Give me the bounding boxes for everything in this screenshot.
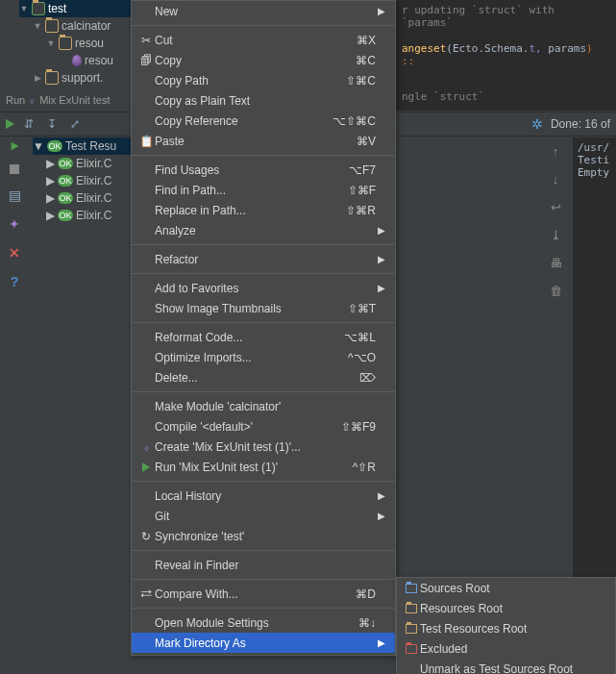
folder-icon	[32, 2, 45, 15]
filter-icon[interactable]: ⇵	[24, 117, 37, 131]
mix-icon: ⬨	[137, 440, 155, 454]
chevron-right-icon: ▶	[376, 637, 385, 648]
test-result-item[interactable]: ▶ OK Elixir.C	[33, 172, 134, 189]
menu-optimize[interactable]: Optimize Imports...^⌥O	[132, 347, 395, 367]
run-icon[interactable]	[6, 119, 14, 129]
menu-cut[interactable]: Cut⌘X	[132, 30, 395, 50]
tree-item-resou1[interactable]: ▼ resou	[19, 35, 135, 52]
menu-find-in-path[interactable]: Find in Path...⇧⌘F	[132, 180, 395, 200]
ok-badge-icon: OK	[58, 158, 73, 169]
chevron-right-icon: ▶	[46, 157, 55, 170]
submenu-unmark[interactable]: Unmark as Test Sources Root	[397, 659, 615, 674]
wand-icon[interactable]: ✦	[9, 216, 20, 232]
menu-paste[interactable]: Paste⌘V	[132, 131, 395, 151]
expand-icon[interactable]: ⤢	[70, 117, 84, 131]
arrow-down-icon[interactable]: ↓	[553, 172, 559, 187]
chevron-down-icon: ▼	[46, 38, 56, 48]
menu-git[interactable]: Git▶	[132, 506, 395, 526]
chevron-right-icon: ▶	[376, 6, 385, 16]
chevron-right-icon: ▶	[46, 209, 55, 222]
context-menu: New▶ Cut⌘X Copy⌘C Copy Path⇧⌘C Copy as P…	[131, 0, 396, 656]
tree-item-calcinator[interactable]: ▼ calcinator	[19, 17, 135, 35]
compare-icon	[137, 587, 155, 601]
stop-icon[interactable]	[10, 164, 19, 174]
tree-item-test[interactable]: ▼ test	[19, 0, 135, 17]
chevron-right-icon: ▶	[376, 490, 385, 501]
test-result-item[interactable]: ▶ OK Elixir.C	[33, 207, 134, 224]
paste-icon	[137, 135, 155, 148]
menu-mark-directory[interactable]: Mark Directory As▶	[132, 633, 395, 653]
mix-icon: ⬨	[29, 94, 36, 106]
menu-thumbnails[interactable]: Show Image Thumbnails⇧⌘T	[132, 298, 395, 318]
layout-icon[interactable]: ▤	[9, 187, 21, 203]
print-icon[interactable]: 🖶	[550, 256, 562, 270]
mark-directory-submenu: Sources Root Resources Root Test Resourc…	[396, 577, 616, 674]
copy-icon	[137, 54, 155, 67]
menu-reformat[interactable]: Reformat Code...⌥⌘L	[132, 327, 395, 347]
chevron-right-icon: ▶	[46, 174, 55, 187]
editor-area: r updating `struct` with `params` angese…	[396, 0, 616, 111]
wrap-icon[interactable]: ↩	[551, 200, 561, 214]
submenu-excluded[interactable]: Excluded	[397, 638, 615, 659]
menu-copy-plain[interactable]: Copy as Plain Text	[132, 90, 395, 111]
menu-find-usages[interactable]: Find Usages⌥F7	[132, 160, 395, 180]
output-actions: ↑ ↓ ↩ ⤓ 🖶 🗑	[546, 144, 565, 298]
gear-icon[interactable]: ✲	[531, 116, 543, 132]
test-label: Elixir.C	[76, 174, 111, 187]
test-result-item[interactable]: ▶ OK Elixir.C	[33, 189, 134, 207]
help-icon[interactable]: ?	[11, 274, 19, 289]
tree-item-support[interactable]: ▶ support.	[19, 69, 135, 87]
menu-open-module[interactable]: Open Module Settings⌘↓	[132, 612, 395, 633]
menu-new[interactable]: New▶	[132, 1, 395, 21]
menu-analyze[interactable]: Analyze▶	[132, 220, 395, 240]
test-label: Elixir.C	[76, 191, 111, 205]
menu-synchronize[interactable]: Synchronize 'test'	[132, 526, 395, 546]
tree-label: resou	[85, 54, 113, 67]
sync-icon	[137, 530, 155, 543]
menu-copy-path[interactable]: Copy Path⇧⌘C	[132, 70, 395, 90]
elixir-icon	[72, 55, 82, 66]
submenu-resources-root[interactable]: Resources Root	[397, 598, 615, 618]
menu-run-mix[interactable]: Run 'Mix ExUnit test (1)'^⇧R	[132, 457, 395, 477]
trash-icon[interactable]: 🗑	[550, 284, 562, 298]
menu-copy[interactable]: Copy⌘C	[132, 50, 395, 70]
ok-badge-icon: OK	[58, 175, 73, 187]
chevron-right-icon: ▶	[376, 225, 385, 236]
menu-copy-reference[interactable]: Copy Reference⌥⇧⌘C	[132, 111, 395, 131]
tree-label: test	[48, 2, 66, 15]
ok-badge-icon: OK	[58, 192, 73, 204]
menu-add-favorites[interactable]: Add to Favorites▶	[132, 278, 395, 298]
test-result-item[interactable]: ▶ OK Elixir.C	[33, 155, 134, 172]
tree-label: calcinator	[62, 19, 111, 33]
folder-icon	[403, 604, 420, 613]
tree-item-resou2[interactable]: ▶ resou	[19, 52, 135, 69]
test-results-tree: ▼ OK Test Resu ▶ OK Elixir.C ▶ OK Elixir…	[33, 137, 134, 224]
menu-refactor[interactable]: Refactor▶	[132, 249, 395, 269]
ok-badge-icon: OK	[47, 140, 62, 152]
menu-reveal[interactable]: Reveal in Finder	[132, 555, 395, 575]
run-sidebar: ▤ ✦ ✕ ?	[0, 137, 29, 289]
folder-icon	[403, 644, 420, 654]
menu-compare[interactable]: Compare With...⌘D	[132, 584, 395, 604]
submenu-sources-root[interactable]: Sources Root	[397, 578, 615, 598]
menu-delete[interactable]: Delete...⌦	[132, 367, 395, 387]
project-tree: ▼ test ▼ calcinator ▼ resou ▶ resou ▶ su…	[19, 0, 135, 87]
submenu-test-resources-root[interactable]: Test Resources Root	[397, 618, 615, 638]
arrow-up-icon[interactable]: ↑	[553, 144, 559, 159]
test-results-root[interactable]: ▼ OK Test Resu	[33, 137, 134, 155]
menu-compile[interactable]: Compile '<default>'⇧⌘F9	[132, 416, 395, 437]
rerun-icon[interactable]	[11, 142, 18, 151]
folder-icon	[45, 19, 59, 33]
menu-local-history[interactable]: Local History▶	[132, 486, 395, 506]
menu-make-module[interactable]: Make Module 'calcinator'	[132, 396, 395, 416]
sort-icon[interactable]: ↧	[47, 117, 61, 131]
close-icon[interactable]: ✕	[9, 245, 20, 261]
menu-create-mix[interactable]: ⬨Create 'Mix ExUnit test (1)'...	[132, 437, 395, 457]
play-icon	[137, 462, 155, 472]
test-label: Elixir.C	[76, 209, 111, 222]
scroll-icon[interactable]: ⤓	[551, 228, 561, 242]
folder-icon	[403, 624, 420, 634]
done-label: Done: 16 of	[551, 117, 610, 131]
menu-replace-in-path[interactable]: Replace in Path...⇧⌘R	[132, 200, 395, 220]
tree-label: resou	[75, 37, 104, 50]
